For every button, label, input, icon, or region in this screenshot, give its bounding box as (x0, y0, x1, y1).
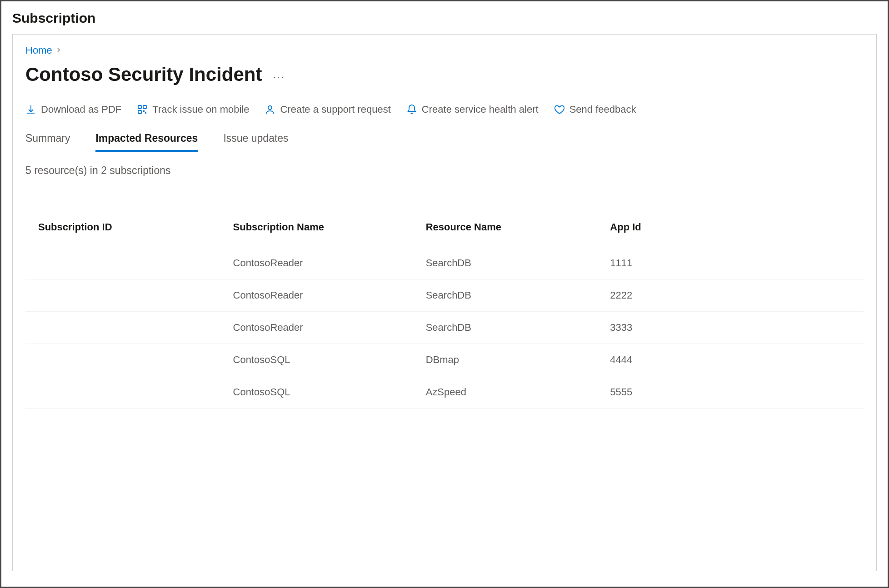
heart-icon (554, 104, 565, 115)
chevron-right-icon (55, 45, 62, 56)
command-bar: Download as PDF Track issue on mobile Cr… (25, 99, 864, 122)
table-header-row: Subscription ID Subscription Name Resour… (25, 213, 864, 247)
table-row[interactable]: ContosoSQLAzSpeed5555 (25, 376, 864, 409)
col-header-subscription-id[interactable]: Subscription ID (25, 213, 227, 247)
create-health-alert-label: Create service health alert (422, 104, 539, 115)
person-icon (265, 104, 275, 115)
tab-summary[interactable]: Summary (25, 130, 70, 152)
svg-rect-2 (138, 110, 141, 114)
send-feedback-button[interactable]: Send feedback (554, 104, 636, 115)
download-icon (25, 104, 36, 115)
cell-subscription-name: ContosoSQL (227, 344, 420, 376)
page-heading-row: Contoso Security Incident ··· (25, 62, 864, 99)
col-header-resource-name[interactable]: Resource Name (420, 213, 604, 247)
cell-app-id: 2222 (604, 279, 864, 312)
tab-bar: Summary Impacted Resources Issue updates (25, 122, 864, 152)
create-support-request-button[interactable]: Create a support request (265, 104, 390, 115)
impacted-resources-table: Subscription ID Subscription Name Resour… (25, 213, 864, 409)
resource-count-status: 5 resource(s) in 2 subscriptions (25, 163, 864, 195)
cell-subscription-id (25, 312, 227, 344)
breadcrumb-home-link[interactable]: Home (25, 45, 52, 56)
qr-code-icon (137, 104, 148, 115)
cell-resource-name: SearchDB (420, 247, 604, 279)
send-feedback-label: Send feedback (569, 104, 636, 115)
create-support-request-label: Create a support request (280, 104, 390, 115)
tab-impacted-resources[interactable]: Impacted Resources (95, 130, 198, 152)
track-mobile-button[interactable]: Track issue on mobile (137, 104, 249, 115)
create-health-alert-button[interactable]: Create service health alert (406, 104, 539, 115)
cell-resource-name: SearchDB (420, 279, 604, 312)
bell-icon (406, 104, 417, 115)
col-header-app-id[interactable]: App Id (604, 213, 864, 247)
table-row[interactable]: ContosoReaderSearchDB2222 (25, 279, 864, 312)
svg-point-5 (268, 106, 272, 110)
cell-subscription-id (25, 279, 227, 312)
cell-resource-name: AzSpeed (420, 376, 604, 409)
svg-rect-1 (143, 105, 146, 109)
svg-rect-4 (145, 112, 146, 114)
cell-subscription-id (25, 344, 227, 376)
svg-rect-3 (143, 110, 145, 112)
cell-app-id: 4444 (604, 344, 864, 376)
cell-subscription-id (25, 247, 227, 279)
page-title: Contoso Security Incident (25, 64, 262, 85)
cell-subscription-name: ContosoReader (227, 279, 420, 312)
cell-app-id: 1111 (604, 247, 864, 279)
cell-app-id: 3333 (604, 312, 864, 344)
table-row[interactable]: ContosoSQLDBmap4444 (25, 344, 864, 376)
tab-issue-updates[interactable]: Issue updates (223, 130, 288, 152)
col-header-subscription-name[interactable]: Subscription Name (227, 213, 420, 247)
cell-subscription-name: ContosoReader (227, 312, 420, 344)
more-actions-button[interactable]: ··· (273, 66, 285, 83)
track-mobile-label: Track issue on mobile (152, 104, 249, 115)
svg-rect-0 (138, 105, 141, 109)
breadcrumb: Home (25, 43, 864, 62)
cell-resource-name: DBmap (420, 344, 604, 376)
window-title: Subscription (12, 10, 877, 34)
cell-app-id: 5555 (604, 376, 864, 409)
cell-subscription-name: ContosoSQL (227, 376, 420, 409)
cell-resource-name: SearchDB (420, 312, 604, 344)
content-panel: Home Contoso Security Incident ··· Downl… (12, 34, 877, 571)
download-pdf-label: Download as PDF (41, 104, 121, 115)
table-row[interactable]: ContosoReaderSearchDB1111 (25, 247, 864, 279)
download-pdf-button[interactable]: Download as PDF (25, 104, 121, 115)
cell-subscription-name: ContosoReader (227, 247, 420, 279)
cell-subscription-id (25, 376, 227, 409)
table-row[interactable]: ContosoReaderSearchDB3333 (25, 312, 864, 344)
